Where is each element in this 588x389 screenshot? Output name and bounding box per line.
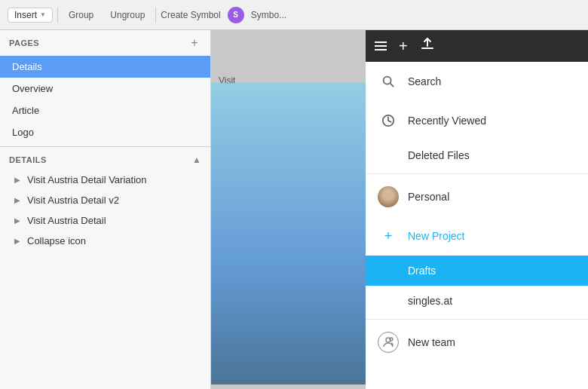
layer-label-3: Visit Austria Detail [27, 215, 106, 226]
layer-item-4[interactable]: ▶ Collapse icon [0, 231, 210, 251]
layer-chevron-3: ▶ [12, 216, 23, 226]
plus-symbol: + [384, 228, 393, 244]
search-label: Search [408, 75, 441, 87]
avatar-image [378, 186, 399, 207]
toolbar-left: Insert ▼ Group Ungroup Create Symbol S S… [8, 5, 286, 26]
toolbar-divider-1 [57, 8, 58, 23]
dropdown-recently-viewed-item[interactable]: Recently Viewed [366, 101, 588, 140]
page-item-logo[interactable]: Logo [0, 121, 210, 143]
layer-item-2[interactable]: ▶ Visit Austria Detail v2 [0, 190, 210, 210]
dropdown-separator-2 [366, 319, 588, 320]
toolbar: Insert ▼ Group Ungroup Create Symbol S S… [0, 0, 588, 30]
singles-label: singles.at [408, 295, 452, 307]
sidebar: Pages + Details Overview Article Logo De… [0, 30, 211, 389]
symbol-text: S [233, 11, 238, 19]
main-area: Pages + Details Overview Article Logo De… [0, 30, 588, 389]
details-section-header: Details ▲ [0, 150, 210, 170]
layer-chevron-2: ▶ [12, 195, 23, 206]
clock-icon [378, 110, 399, 131]
page-label-article: Article [12, 105, 39, 116]
dropdown-new-team-item[interactable]: New team [366, 323, 588, 362]
layer-item-3[interactable]: ▶ Visit Austria Detail [0, 210, 210, 231]
layer-label-1: Visit Austria Detail Variation [27, 174, 146, 185]
page-item-article[interactable]: Article [0, 100, 210, 121]
collapse-details-button[interactable]: ▲ [192, 155, 201, 165]
page-label-overview: Overview [12, 83, 53, 94]
upload-icon[interactable] [420, 37, 435, 55]
ungroup-button[interactable]: Ungroup [104, 8, 151, 23]
pages-section-header: Pages + [0, 30, 210, 56]
sidebar-divider [0, 146, 210, 147]
canvas-area: Visit [211, 30, 366, 389]
group-button[interactable]: Group [63, 8, 100, 23]
personal-label: Personal [408, 191, 449, 203]
hamburger-line-2 [375, 45, 387, 47]
new-project-label: New Project [408, 230, 464, 242]
top-bar-plus-button[interactable]: + [399, 38, 408, 54]
layer-label-2: Visit Austria Detail v2 [27, 194, 119, 206]
recently-viewed-label: Recently Viewed [408, 115, 486, 127]
svg-point-5 [390, 338, 393, 341]
right-panel: Sample Fi... 20 minutes a... [366, 30, 588, 389]
page-label-logo: Logo [12, 127, 34, 138]
team-icon [378, 332, 399, 353]
team-circle [378, 332, 399, 353]
insert-arrow-icon: ▼ [40, 11, 46, 18]
symbols-label: Symbo... [251, 10, 286, 20]
svg-rect-0 [421, 47, 433, 49]
symbol-icon: S [225, 5, 247, 26]
dropdown-drafts-item[interactable]: Drafts [366, 256, 588, 286]
dropdown-deleted-files-item[interactable]: Deleted Files [366, 140, 588, 170]
dropdown-menu: Search Recently Viewed Deleted Files [366, 62, 588, 389]
create-symbol-button[interactable]: Create Symbol [161, 10, 220, 20]
canvas-preview [211, 83, 366, 384]
top-dark-bar: + [366, 30, 588, 62]
details-label: Details [9, 155, 47, 164]
layer-label-4: Collapse icon [27, 235, 86, 247]
pages-label: Pages [9, 38, 39, 47]
dropdown-search-item[interactable]: Search [366, 62, 588, 101]
dropdown-new-project-item[interactable]: + New Project [366, 216, 588, 256]
avatar-circle [378, 186, 399, 207]
symbol-circle: S [228, 7, 244, 23]
svg-point-1 [384, 77, 391, 84]
svg-line-2 [390, 84, 394, 87]
page-item-details[interactable]: Details [0, 56, 210, 78]
dropdown-singles-item[interactable]: singles.at [366, 286, 588, 316]
plus-icon: + [378, 225, 399, 247]
page-item-overview[interactable]: Overview [0, 78, 210, 100]
hamburger-line-3 [375, 49, 387, 51]
layer-chevron-4: ▶ [12, 236, 23, 247]
add-page-button[interactable]: + [188, 36, 201, 50]
toolbar-divider-2 [155, 8, 156, 23]
hamburger-line-1 [375, 41, 387, 43]
layer-chevron-1: ▶ [12, 175, 23, 185]
insert-label: Insert [14, 10, 37, 20]
new-team-label: New team [408, 336, 455, 348]
drafts-label: Drafts [408, 265, 436, 277]
search-icon [378, 71, 399, 92]
avatar-icon [378, 186, 399, 207]
deleted-files-label: Deleted Files [408, 149, 470, 161]
page-label-details: Details [12, 61, 42, 72]
dropdown-personal-item[interactable]: Personal [366, 177, 588, 216]
hamburger-menu-icon[interactable] [375, 41, 387, 51]
insert-button[interactable]: Insert ▼ [8, 8, 53, 23]
dropdown-separator-1 [366, 173, 588, 174]
layer-item-1[interactable]: ▶ Visit Austria Detail Variation [0, 170, 210, 190]
